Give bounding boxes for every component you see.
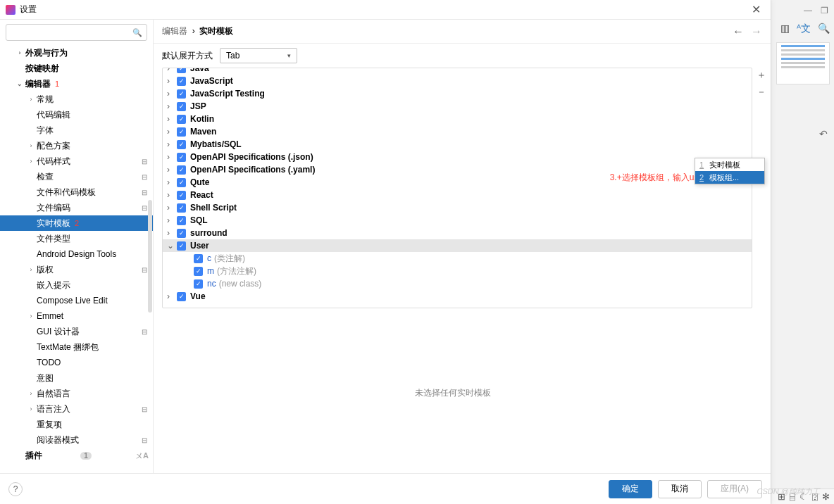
add-icon[interactable]: ＋ bbox=[755, 69, 768, 82]
sidebar-item[interactable]: 插件1ㄨA bbox=[0, 448, 153, 463]
checkbox[interactable] bbox=[194, 267, 203, 276]
template-group-row[interactable]: JavaScript bbox=[163, 75, 752, 87]
sidebar-item-label: TextMate 捆绑包 bbox=[37, 341, 99, 353]
checkbox[interactable] bbox=[177, 241, 186, 251]
checkbox[interactable] bbox=[177, 216, 186, 225]
checkbox[interactable] bbox=[177, 229, 186, 238]
ok-button[interactable]: 确定 bbox=[609, 480, 652, 498]
sidebar-item[interactable]: 字体 bbox=[0, 122, 153, 138]
translate-icon[interactable]: ᴬ文 bbox=[797, 23, 811, 35]
apply-button[interactable]: 应用(A) bbox=[707, 480, 762, 498]
checkbox[interactable] bbox=[177, 191, 186, 200]
template-item-row[interactable]: nc(new class) bbox=[163, 277, 752, 290]
sidebar-item[interactable]: Compose Live Edit bbox=[0, 293, 153, 308]
template-group-row[interactable]: React bbox=[163, 189, 752, 201]
checkbox[interactable] bbox=[177, 102, 186, 111]
template-group-row[interactable]: SQL bbox=[163, 214, 752, 227]
close-icon[interactable]: ✕ bbox=[747, 3, 765, 16]
checkbox[interactable] bbox=[177, 115, 186, 124]
template-group-row[interactable]: JSP bbox=[163, 100, 752, 113]
scrollbar-thumb[interactable] bbox=[148, 200, 152, 313]
template-group-row[interactable]: Kotlin bbox=[163, 113, 752, 125]
minimize-icon[interactable]: — bbox=[804, 6, 812, 15]
sidebar-item-label: 字体 bbox=[37, 125, 54, 137]
template-group-row[interactable]: OpenAPI Specifications (.json) bbox=[163, 151, 752, 163]
checkbox[interactable] bbox=[177, 292, 186, 301]
sidebar-item[interactable]: 按键映射 bbox=[0, 61, 153, 76]
checkbox[interactable] bbox=[194, 279, 203, 289]
menu-item[interactable]: 1实时模板 bbox=[695, 158, 764, 171]
checkbox[interactable] bbox=[177, 153, 186, 162]
template-group-name: Vue bbox=[190, 291, 206, 301]
checkbox[interactable] bbox=[177, 68, 186, 73]
sidebar-item[interactable]: 意图 bbox=[0, 370, 153, 386]
sidebar-item[interactable]: ⌄编辑器1 bbox=[0, 76, 153, 92]
settings-content: 编辑器 › 实时模板 ← → 默认展开方式 Tab ▾ JavaJavaScri… bbox=[154, 20, 771, 473]
sidebar-item[interactable]: ›语言注入⊟ bbox=[0, 401, 153, 417]
sidebar-item[interactable]: 文件类型 bbox=[0, 231, 153, 246]
template-desc: (方法注解) bbox=[217, 265, 256, 277]
settings-tree[interactable]: ›外观与行为按键映射⌄编辑器1›常规代码编辑字体›配色方案›代码样式⊟检查⊟文件… bbox=[0, 45, 153, 473]
template-group-row[interactable]: JavaScript Testing bbox=[163, 87, 752, 100]
expand-dropdown[interactable]: Tab ▾ bbox=[220, 48, 297, 63]
sidebar-item[interactable]: TODO bbox=[0, 355, 153, 370]
template-group-row[interactable]: surround bbox=[163, 227, 752, 239]
search-input-wrap[interactable]: 🔍 bbox=[6, 24, 147, 41]
checkbox[interactable] bbox=[177, 140, 186, 149]
template-group-name: React bbox=[190, 190, 213, 200]
breadcrumb-parent[interactable]: 编辑器 bbox=[162, 26, 187, 36]
remove-icon[interactable]: － bbox=[755, 86, 768, 99]
sidebar-item[interactable]: ›常规 bbox=[0, 92, 153, 107]
template-group-row[interactable]: Java bbox=[163, 68, 752, 75]
maximize-icon[interactable]: ❐ bbox=[821, 6, 828, 15]
cancel-button[interactable]: 取消 bbox=[658, 480, 702, 498]
sidebar-item[interactable]: ›代码样式⊟ bbox=[0, 153, 153, 169]
sidebar-item-label: 实时模板 bbox=[37, 218, 70, 229]
checkbox[interactable] bbox=[177, 165, 186, 175]
checkbox[interactable] bbox=[194, 254, 203, 263]
checkbox[interactable] bbox=[177, 178, 186, 187]
help-icon[interactable]: ? bbox=[8, 482, 23, 496]
search-icon[interactable]: 🔍 bbox=[818, 23, 830, 35]
sidebar-item[interactable]: GUI 设计器⊟ bbox=[0, 324, 153, 339]
sidebar-item[interactable]: ›配色方案 bbox=[0, 138, 153, 153]
menu-item[interactable]: 2模板组... bbox=[695, 171, 764, 184]
template-item-row[interactable]: c(类注解) bbox=[163, 252, 752, 265]
checkbox[interactable] bbox=[177, 127, 186, 137]
sidebar-item[interactable]: 阅读器模式⊟ bbox=[0, 432, 153, 448]
template-group-name: Maven bbox=[190, 127, 216, 137]
search-input[interactable] bbox=[11, 27, 130, 37]
template-group-row[interactable]: Vue bbox=[163, 290, 752, 303]
template-tree[interactable]: JavaJavaScriptJavaScript TestingJSPKotli… bbox=[162, 68, 752, 308]
sidebar-item[interactable]: ›Emmet bbox=[0, 308, 153, 324]
template-item-row[interactable]: m(方法注解) bbox=[163, 265, 752, 277]
chevron-icon bbox=[167, 76, 175, 86]
checkbox[interactable] bbox=[177, 89, 186, 99]
sidebar-item[interactable]: 检查⊟ bbox=[0, 169, 153, 184]
sidebar-item[interactable]: 重复项 bbox=[0, 417, 153, 432]
sidebar-item[interactable]: 嵌入提示 bbox=[0, 277, 153, 293]
template-group-name: Shell Script bbox=[190, 203, 237, 213]
template-group-row[interactable]: Mybatis/SQL bbox=[163, 138, 752, 151]
checkbox[interactable] bbox=[177, 77, 186, 86]
template-group-row[interactable]: Shell Script bbox=[163, 201, 752, 214]
sidebar-item[interactable]: Android Design Tools bbox=[0, 246, 153, 262]
back-icon[interactable]: ← bbox=[733, 25, 744, 38]
checkbox[interactable] bbox=[177, 203, 186, 213]
sidebar-item[interactable]: ›自然语言 bbox=[0, 386, 153, 401]
sidebar-item[interactable]: 代码编辑 bbox=[0, 107, 153, 122]
sidebar-item[interactable]: 文件编码⊟ bbox=[0, 200, 153, 215]
panel-icon[interactable]: ▥ bbox=[780, 23, 790, 35]
sidebar-item[interactable]: ›版权⊟ bbox=[0, 262, 153, 277]
add-popup-menu[interactable]: 1实时模板2模板组... bbox=[695, 158, 765, 184]
forward-icon[interactable]: → bbox=[751, 25, 762, 38]
undo-icon[interactable]: ↶ bbox=[816, 128, 830, 142]
sidebar-item[interactable]: 文件和代码模板⊟ bbox=[0, 184, 153, 200]
template-group-row[interactable]: User bbox=[163, 239, 752, 252]
sidebar-item[interactable]: TextMate 捆绑包 bbox=[0, 339, 153, 355]
sidebar-item[interactable]: ›外观与行为 bbox=[0, 45, 153, 61]
sidebar-item[interactable]: 实时模板2 bbox=[0, 215, 153, 231]
template-group-row[interactable]: Maven bbox=[163, 125, 752, 138]
sidebar-item-label: 文件类型 bbox=[37, 233, 70, 245]
gear-icon[interactable]: ✻ bbox=[822, 491, 830, 502]
